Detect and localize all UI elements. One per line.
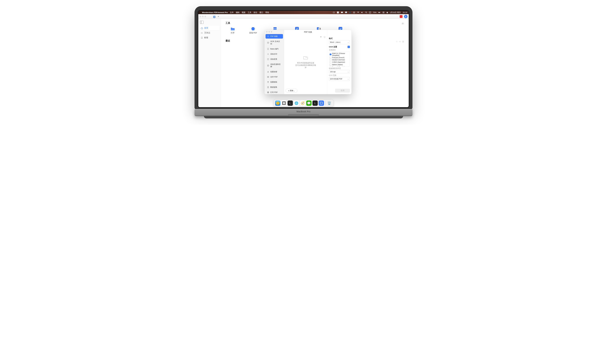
svg-rect-4 bbox=[338, 13, 339, 13]
batch-modal: PDF 转换 PDF 转换 OCR 文本识别 Bates 编号 添加水印 添加背… bbox=[264, 30, 352, 94]
dock-terminal[interactable]: >_ bbox=[288, 101, 293, 106]
stage-manager-icon[interactable] bbox=[337, 11, 339, 13]
lang-option[interactable]: Русский (Russian) bbox=[329, 66, 349, 66]
svg-rect-29 bbox=[267, 65, 269, 66]
svg-rect-0 bbox=[333, 12, 334, 13]
dock-trash[interactable]: 🗑️ bbox=[327, 101, 332, 106]
battery-percent: 70% bbox=[373, 12, 377, 13]
modal-item-merge[interactable]: 合并 PDF bbox=[265, 75, 283, 79]
lang-option[interactable]: Deutsch (German) bbox=[329, 59, 349, 61]
list-mode-icon[interactable]: ≡ bbox=[320, 36, 322, 39]
view-list-icon[interactable]: ≡ bbox=[399, 40, 401, 43]
modal-item-watermark[interactable]: 添加水印 bbox=[265, 52, 283, 56]
control-center-icon[interactable] bbox=[383, 11, 385, 13]
svg-rect-12 bbox=[383, 12, 384, 12]
menu-file[interactable]: 文件 bbox=[230, 11, 234, 14]
spotlight-icon[interactable] bbox=[365, 11, 367, 13]
format-select[interactable]: Word（.docx） bbox=[329, 40, 350, 44]
add-file-button[interactable]: +添加... bbox=[286, 89, 297, 92]
dock-pdfelement[interactable] bbox=[319, 101, 324, 106]
sidebar-item-label: 万兴云 bbox=[204, 32, 210, 34]
ocr-range-select[interactable]: 仅针对扫描 PDF bbox=[329, 77, 350, 81]
lang-option[interactable]: Français (French) bbox=[329, 56, 349, 59]
sidebar-item-home[interactable]: 首页 bbox=[199, 26, 220, 30]
modal-item-remove[interactable]: 批量移除 bbox=[265, 80, 283, 84]
modal-item-ocr[interactable]: OCR 文本识别 bbox=[265, 39, 283, 46]
playback-icon[interactable] bbox=[353, 11, 355, 13]
sidebar-item-label: 标签 bbox=[204, 36, 208, 39]
apply-button[interactable]: 应用 bbox=[335, 89, 350, 92]
menu-help[interactable]: 帮助 bbox=[265, 11, 269, 14]
lang-option[interactable]: 简体中文 (Chinese Simplified) bbox=[329, 52, 349, 56]
modal-item-convert[interactable]: PDF 转换 bbox=[265, 34, 283, 39]
sidebar-item-bookmarks[interactable]: 标签 bbox=[199, 35, 220, 40]
app-name[interactable]: Wondershare PDFelement Pro bbox=[202, 12, 228, 13]
dock-finder[interactable]: 🙂 bbox=[275, 101, 280, 106]
dock-chrome[interactable]: 🌐 bbox=[294, 101, 299, 106]
volume-icon[interactable] bbox=[361, 11, 363, 13]
dock-wechat[interactable]: 💬 bbox=[306, 101, 312, 106]
tool-compress[interactable]: 压缩 PDF bbox=[249, 27, 257, 34]
modal-item-background[interactable]: 添加背景 bbox=[265, 57, 283, 62]
modal-item-headerfooter[interactable]: 添加页眉和页脚 bbox=[265, 62, 283, 69]
promo-badge-icon[interactable] bbox=[400, 15, 402, 18]
lang-option[interactable]: 日本語 (Japanese) bbox=[329, 61, 349, 64]
extract-icon bbox=[267, 86, 269, 88]
dock-launchpad[interactable]: 🔲 bbox=[281, 101, 287, 106]
svg-rect-34 bbox=[267, 92, 269, 92]
svg-text:S: S bbox=[320, 28, 321, 30]
app-l-icon[interactable]: L bbox=[349, 12, 351, 13]
account-avatar[interactable] bbox=[404, 15, 408, 18]
checkbox-icon bbox=[330, 57, 331, 58]
menu-view[interactable]: 视图 bbox=[242, 11, 245, 14]
tool-open[interactable]: 打开 bbox=[230, 27, 235, 34]
dropzone-text-2: 您可以根据需求调整相关顺序 bbox=[295, 64, 317, 69]
dock-app-l[interactable]: L bbox=[313, 101, 318, 106]
wifi-icon[interactable] bbox=[357, 11, 359, 13]
battery-icon[interactable] bbox=[378, 11, 381, 13]
trash-icon bbox=[267, 81, 269, 83]
view-star-icon[interactable]: ☆ bbox=[396, 40, 398, 43]
menu-window[interactable]: 窗口 bbox=[259, 11, 263, 14]
favorites-icon[interactable]: ☆ bbox=[323, 36, 326, 39]
window-traffic-lights[interactable] bbox=[199, 16, 206, 17]
dropzone-text-1: 将文件直接拖放到这里 bbox=[295, 62, 317, 64]
home-tab[interactable] bbox=[212, 15, 216, 19]
downsample-select[interactable]: 150 dpi bbox=[329, 70, 350, 73]
app-logo-icon bbox=[213, 16, 215, 18]
modal-item-bates[interactable]: Bates 编号 bbox=[265, 47, 283, 51]
menubar-time[interactable]: 15:19 bbox=[403, 12, 407, 13]
svg-rect-11 bbox=[383, 12, 383, 12]
modal-item-print[interactable]: 打印 PDF bbox=[265, 90, 283, 94]
modal-traffic-lights[interactable] bbox=[264, 30, 284, 34]
menu-goto[interactable]: 前往 bbox=[253, 11, 257, 14]
settings-gear-icon[interactable] bbox=[402, 22, 404, 25]
dock-safari[interactable]: 🧭 bbox=[300, 101, 305, 106]
menu-edit[interactable]: 编辑 bbox=[236, 11, 239, 14]
language-list[interactable]: 简体中文 (Chinese Simplified) Français (Fren… bbox=[329, 52, 350, 66]
wechat-status-icon[interactable]: 💬 bbox=[345, 11, 347, 13]
panel-toggle-icon[interactable] bbox=[200, 21, 204, 24]
modal-item-encrypt[interactable]: 批量加密 bbox=[265, 69, 283, 74]
folder-upload-icon bbox=[303, 55, 308, 60]
display-icon[interactable] bbox=[341, 11, 343, 13]
headerfooter-icon bbox=[267, 65, 269, 66]
bookmark-icon bbox=[201, 37, 203, 39]
background-icon bbox=[267, 58, 269, 60]
tool-label: 打开 bbox=[231, 32, 235, 34]
svg-rect-9 bbox=[379, 12, 380, 13]
dropzone[interactable]: 将文件直接拖放到这里 您可以根据需求调整相关顺序 bbox=[295, 55, 317, 69]
sidebar-item-cloud[interactable]: 万兴云 bbox=[199, 30, 220, 35]
ocr-enable-toggle[interactable]: ✓ bbox=[348, 46, 350, 48]
menubar-date[interactable]: 1月15日 周日 bbox=[390, 11, 401, 14]
siri-icon[interactable]: ◉ bbox=[386, 11, 388, 13]
screenshot-icon[interactable] bbox=[333, 11, 335, 13]
view-grid-icon[interactable]: ⊞ bbox=[402, 40, 404, 43]
tool-label: 压缩 PDF bbox=[249, 32, 257, 34]
sidebar: 首页 万兴云 标签 bbox=[198, 19, 221, 107]
input-source-icon[interactable]: A bbox=[369, 12, 371, 13]
modal-item-extract[interactable]: 数据提取 bbox=[265, 85, 283, 90]
new-tab-button[interactable]: + bbox=[216, 14, 220, 18]
menu-tools[interactable]: 工具 bbox=[248, 11, 251, 14]
lang-option[interactable]: Italiano (Italian) bbox=[329, 64, 349, 66]
